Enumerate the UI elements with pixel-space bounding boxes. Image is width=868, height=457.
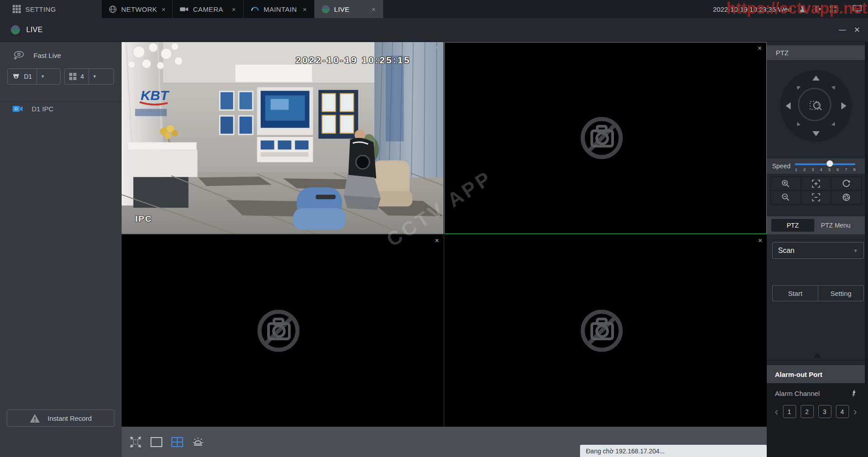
single-view-icon[interactable] [151, 437, 162, 447]
video-tile-3[interactable]: × [122, 235, 443, 427]
slider-track[interactable] [795, 163, 855, 165]
tab-ptz[interactable]: PTZ [771, 219, 814, 232]
instant-record-button[interactable]: Instant Record [7, 409, 114, 427]
chevron-down-icon[interactable]: ▼ [89, 74, 100, 79]
fast-live-label: Fast Live [33, 52, 61, 59]
ptz-header: PTZ [767, 45, 865, 60]
image-adjust-icon[interactable] [192, 437, 204, 447]
next-channels-icon[interactable]: › [854, 406, 857, 417]
ptz-right-arrow[interactable] [841, 102, 846, 109]
ptz-function-dropdown[interactable]: Scan ▼ [772, 242, 864, 259]
tick: 7 [845, 167, 847, 172]
ptz-downright-arrow[interactable] [831, 122, 837, 127]
user-icon[interactable] [799, 5, 807, 13]
ptz-tab-bar: PTZ PTZ Menu [767, 216, 865, 234]
chevron-down-icon[interactable]: ▼ [853, 248, 858, 253]
nvr-web-client: SETTING NETWORK × CAMERA × [0, 0, 868, 457]
alarm-trigger-icon[interactable] [849, 389, 859, 398]
ptz-joystick[interactable] [780, 70, 852, 142]
tab-camera[interactable]: CAMERA × [173, 0, 244, 18]
video-grid: KBT [122, 42, 767, 427]
ptz-upleft-arrow[interactable] [795, 84, 801, 90]
focus-sub-button[interactable] [801, 191, 831, 205]
logout-icon[interactable] [814, 5, 822, 13]
dome-camera-icon [12, 73, 20, 80]
live-main-area: KBT [122, 42, 767, 457]
iris-add-button[interactable] [831, 177, 861, 190]
minimize-button[interactable]: — [839, 26, 846, 34]
lens-control-grid [770, 176, 862, 205]
globe-icon [109, 5, 117, 13]
alarm-out-port-header[interactable]: Alarm-out Port [767, 365, 865, 383]
alarm-channel-3[interactable]: 3 [818, 405, 831, 418]
remote-screen-icon[interactable] [853, 5, 862, 13]
ptz-upright-arrow[interactable] [831, 84, 837, 90]
tab-ptz-menu[interactable]: PTZ Menu [814, 219, 857, 232]
alarm-channel-2[interactable]: 2 [801, 405, 814, 418]
tab-close-icon[interactable]: × [232, 5, 236, 13]
channel-list-item-d1[interactable]: D1 IPC [13, 105, 53, 113]
iris-sub-button[interactable] [831, 191, 861, 205]
tab-maintain[interactable]: MAINTAIN × [244, 0, 315, 18]
tab-network[interactable]: NETWORK × [102, 0, 173, 18]
no-video-camera-icon [578, 309, 633, 352]
tick: 5 [828, 167, 830, 172]
setting-button[interactable]: Setting [818, 285, 864, 301]
live-sphere-icon [11, 25, 20, 34]
ptz-downleft-arrow[interactable] [795, 122, 801, 127]
ptz-down-arrow[interactable] [812, 131, 820, 136]
tile-close-icon[interactable]: × [435, 44, 439, 52]
window-title: LIVE [26, 26, 43, 34]
zoom-out-button[interactable] [771, 191, 801, 205]
slider-knob[interactable] [826, 160, 833, 167]
divider [0, 102, 122, 102]
fast-live-icon [13, 50, 24, 60]
speed-slider[interactable]: 12345678 [795, 158, 855, 174]
instant-record-label: Instant Record [47, 414, 92, 422]
ptz-left-arrow[interactable] [786, 102, 791, 109]
quad-view-icon[interactable] [171, 437, 183, 447]
tile-close-icon[interactable]: × [758, 237, 762, 245]
tab-label: SETTING [25, 5, 56, 13]
ptz-function-value: Scan [778, 247, 794, 255]
osd-channel-label: IPC [135, 214, 152, 224]
alarm-out-section: Alarm Channel ‹ 1 2 3 4 › [767, 383, 865, 457]
video-tile-1[interactable]: KBT [122, 42, 443, 234]
start-button[interactable]: Start [772, 285, 818, 301]
tab-live[interactable]: LIVE × [315, 0, 383, 18]
collapse-up-icon[interactable] [813, 353, 821, 358]
top-tab-bar: SETTING NETWORK × CAMERA × [0, 0, 868, 18]
top-bar-right: 2022-10-19 10:23:35 Wed [713, 0, 868, 18]
ptz-3d-position-icon[interactable] [808, 98, 824, 114]
ptz-up-arrow[interactable] [812, 76, 820, 81]
close-button[interactable]: × [854, 25, 860, 34]
no-video-camera-icon [578, 116, 633, 160]
focus-add-button[interactable] [801, 177, 831, 190]
alarm-channel-4[interactable]: 4 [836, 405, 849, 418]
video-tile-2-selected[interactable]: × [444, 42, 767, 234]
prev-channels-icon[interactable]: ‹ [775, 406, 778, 417]
tick: 8 [853, 167, 855, 172]
layout-dropdown[interactable]: 4 ▼ [64, 68, 114, 85]
svg-text:KBT: KBT [141, 88, 170, 103]
tab-label: CAMERA [193, 5, 223, 13]
video-tile-4[interactable]: × [444, 235, 767, 427]
tick: 1 [795, 167, 797, 172]
tab-setting[interactable]: SETTING [0, 0, 102, 18]
panel-scroll-strip[interactable] [865, 42, 868, 457]
no-video-camera-icon [255, 309, 310, 352]
qr-code-icon[interactable] [830, 5, 838, 13]
chevron-down-icon[interactable]: ▼ [37, 74, 48, 79]
tile-close-icon[interactable]: × [758, 44, 762, 52]
zoom-in-button[interactable] [771, 177, 801, 190]
fullscreen-icon[interactable] [130, 436, 142, 448]
fast-live-row[interactable]: Fast Live [13, 50, 61, 60]
tab-close-icon[interactable]: × [372, 5, 376, 13]
grid-layout-icon [69, 73, 76, 80]
channel-dropdown[interactable]: D1 ▼ [7, 68, 61, 85]
tile-close-icon[interactable]: × [435, 237, 439, 245]
tab-close-icon[interactable]: × [161, 5, 165, 13]
tab-label: NETWORK [121, 5, 157, 13]
tab-close-icon[interactable]: × [303, 5, 307, 13]
alarm-channel-1[interactable]: 1 [783, 405, 796, 418]
